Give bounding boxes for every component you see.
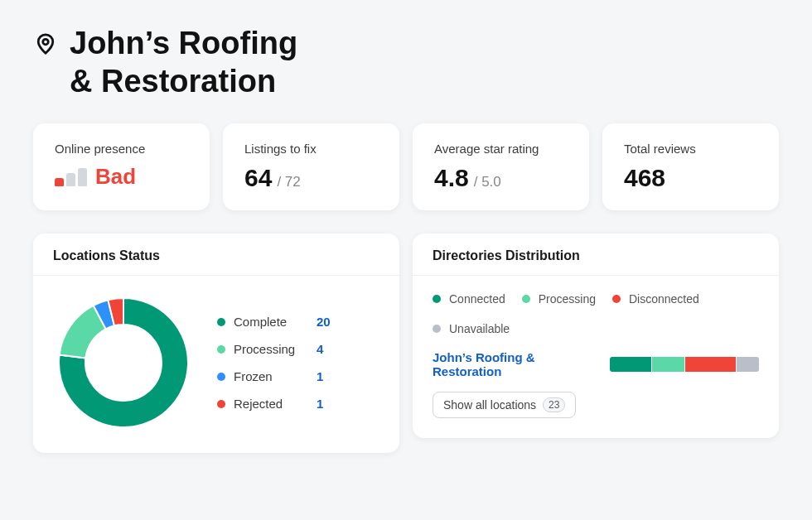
legend-label: Unavailable [449,322,510,335]
panel-directories-distribution: Directories Distribution ConnectedProces… [413,234,779,438]
card-label: Total reviews [624,142,757,156]
card-total-reviews: Total reviews 468 [602,123,779,210]
legend-item: Complete20 [217,315,331,329]
card-label: Online presence [55,142,188,156]
legend-label: Rejected [234,397,308,411]
distribution-segment [610,357,651,372]
legend-item: Connected [433,292,505,306]
legend-value: 20 [317,315,331,329]
stats-cards-row: Online presence Bad Listings to fix 64 /… [33,123,779,210]
legend-label: Processing [234,342,308,356]
legend-dot-icon [217,373,225,381]
show-all-locations-button[interactable]: Show all locations 23 [433,392,576,418]
legend-dot-icon [217,318,225,326]
presence-value: Bad [95,164,136,190]
legend-dot-icon [433,325,441,333]
legend-item: Unavailable [433,322,510,335]
legend-item: Disconnected [612,292,699,306]
locations-donut-chart [53,292,194,433]
legend-item: Processing [522,292,596,306]
locations-legend: Complete20Processing4Frozen1Rejected1 [217,315,331,411]
rating-value: 4.8 [434,164,469,192]
listings-value: 64 [244,164,272,192]
signal-bars-icon [55,168,87,186]
legend-item: Frozen1 [217,369,331,383]
distribution-segment [685,357,737,372]
panel-title: Locations Status [53,248,379,263]
card-online-presence: Online presence Bad [33,123,210,210]
listings-total: / 72 [277,174,300,190]
card-listings-to-fix: Listings to fix 64 / 72 [223,123,399,210]
page-header: John’s Roofing& Restoration [33,25,779,100]
page-title: John’s Roofing& Restoration [70,25,297,100]
svg-point-0 [43,39,49,45]
legend-value: 1 [317,397,323,411]
legend-label: Complete [234,315,308,329]
legend-dot-icon [522,295,530,303]
legend-dot-icon [433,295,441,303]
legend-label: Disconnected [629,292,699,306]
distribution-legend: ConnectedProcessingDisconnectedUnavailab… [433,292,759,335]
legend-label: Processing [539,292,596,306]
legend-dot-icon [612,295,621,303]
button-label: Show all locations [443,398,536,412]
legend-label: Frozen [234,369,308,383]
location-pin-icon [33,31,58,60]
legend-item: Processing4 [217,342,331,356]
card-average-rating: Average star rating 4.8 / 5.0 [413,123,589,210]
reviews-value: 468 [624,164,665,192]
distribution-segment [737,357,759,372]
distribution-location-name[interactable]: John’s Roofing & Restoration [433,350,597,378]
locations-count-badge: 23 [543,397,565,412]
legend-label: Connected [449,292,505,306]
panel-locations-status: Locations Status Complete20Processing4Fr… [33,234,399,453]
legend-item: Rejected1 [217,397,331,411]
legend-dot-icon [217,400,225,408]
panel-title: Directories Distribution [433,248,759,263]
legend-value: 1 [317,369,323,383]
legend-dot-icon [217,345,225,354]
distribution-segment [652,357,684,372]
panels-row: Locations Status Complete20Processing4Fr… [33,234,779,453]
card-label: Average star rating [434,142,568,156]
rating-max: / 5.0 [474,174,501,190]
card-label: Listings to fix [244,142,378,156]
distribution-bar [610,357,759,372]
distribution-row: John’s Roofing & Restoration [433,350,759,378]
legend-value: 4 [317,342,323,356]
